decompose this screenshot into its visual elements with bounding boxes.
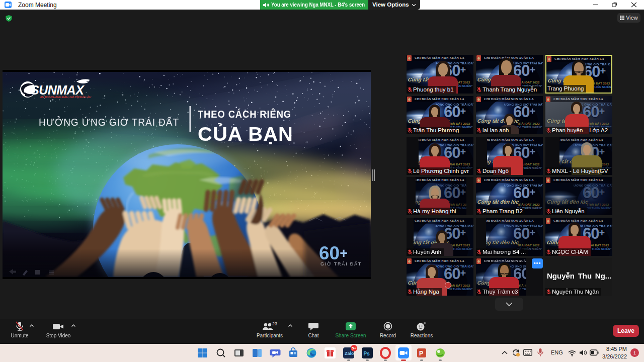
svg-text:Zalo: Zalo	[345, 351, 354, 356]
svg-text:THEO CÁCH RIÊNG: THEO CÁCH RIÊNG	[198, 108, 291, 120]
svg-text:AN TOÀN HÀNG ĐẦU, GIÁ TRỊ DÀI: AN TOÀN HÀNG ĐẦU, GIÁ TRỊ DÀI LÂU	[39, 95, 92, 99]
svg-text:23: 23	[272, 321, 277, 326]
svg-text:Ps: Ps	[364, 351, 370, 356]
svg-text:P: P	[419, 350, 423, 357]
svg-text:HƯỞNG ỨNG GIỜ TRÁI ĐẤT: HƯỞNG ỨNG GIỜ TRÁI ĐẤT	[39, 116, 179, 128]
svg-text:60+: 60+	[319, 243, 348, 263]
svg-text:CỦA BẠN: CỦA BẠN	[198, 123, 293, 145]
svg-text:GIỜ TRÁI ĐẤT: GIỜ TRÁI ĐẤT	[320, 261, 362, 266]
